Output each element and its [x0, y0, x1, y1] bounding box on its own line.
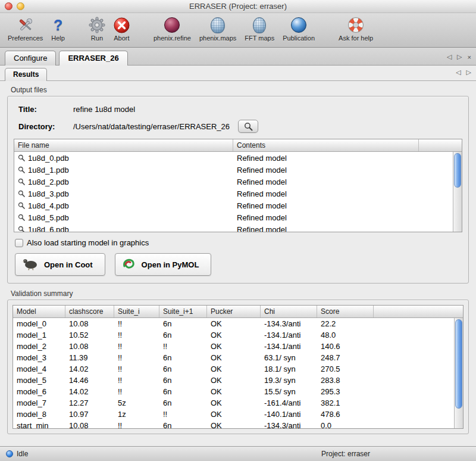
magnifier-icon	[18, 178, 25, 185]
magnifier-icon	[244, 122, 253, 131]
validation-row[interactable]: model_311.39!!6nOK63.1/ syn248.7	[13, 352, 463, 363]
toolbar-label: Publication	[283, 35, 315, 42]
column-header-chi[interactable]: Chi	[261, 306, 317, 317]
tab-erraser-26[interactable]: ERRASER_26	[59, 51, 127, 66]
title-label: Title:	[14, 105, 73, 114]
toolbar-button-fft-maps[interactable]: FFT maps	[240, 15, 278, 42]
close-window-button[interactable]	[5, 2, 12, 10]
column-header-model[interactable]: Model	[13, 306, 65, 317]
status-text: Idle	[17, 450, 28, 458]
file-row[interactable]: 1u8d_5.pdbRefined model	[14, 211, 462, 223]
open-in-pymol-button[interactable]: Open in PyMOL	[115, 253, 212, 276]
toolbar-label: Preferences	[8, 35, 43, 42]
validation-row[interactable]: model_010.08!!6nOK-134.3/anti22.2	[13, 318, 463, 329]
file-row[interactable]: 1u8d_3.pdbRefined model	[14, 188, 462, 200]
output-files-group-label: Output files	[11, 86, 469, 94]
column-header-score[interactable]: Score	[317, 306, 374, 317]
files-scrollbar-thumb[interactable]	[454, 153, 461, 188]
toolbar-button-phenix-refine[interactable]: phenix.refine	[149, 15, 195, 42]
browse-directory-button[interactable]	[238, 120, 258, 133]
validation-row[interactable]: model_712.275z6nOK-161.4/anti382.1	[13, 397, 463, 409]
directory-field-row: Directory: /Users/nat/data/testing/erras…	[14, 120, 462, 133]
validation-summary-group-label: Validation summary	[11, 289, 469, 298]
pymol-ribbon-icon	[121, 257, 137, 272]
load-starting-model-checkbox[interactable]: Also load starting model in graphics	[15, 238, 462, 247]
magnifier-icon	[18, 214, 25, 221]
column-header-suite-i1[interactable]: Suite_i+1	[159, 306, 207, 317]
toolbar-button-preferences[interactable]: Preferences	[4, 15, 47, 42]
column-header-pucker[interactable]: Pucker	[207, 306, 261, 317]
toolbar-label: Abort	[114, 35, 129, 42]
file-row[interactable]: 1u8d_1.pdbRefined model	[14, 164, 462, 176]
blue-globe-icon	[291, 16, 306, 34]
validation-row[interactable]: model_110.52!!6nOK-134.1/anti48.0	[13, 329, 463, 341]
coot-bird-icon	[21, 257, 39, 272]
sub-tab-bar: Results ◁ ▷	[0, 66, 476, 81]
magnifier-icon	[18, 190, 25, 197]
crossed-tools-icon	[17, 16, 35, 34]
toolbar-label: phenix.refine	[154, 35, 191, 42]
open-in-pymol-label: Open in PyMOL	[142, 260, 199, 269]
column-header-suite-i[interactable]: Suite_i	[114, 306, 159, 317]
file-row[interactable]: 1u8d_2.pdbRefined model	[14, 176, 462, 188]
file-row[interactable]: 1u8d_0.pdbRefined model	[14, 152, 462, 164]
validation-table: Model clashscore Suite_i Suite_i+1 Pucke…	[12, 305, 464, 429]
minimize-window-button[interactable]	[17, 2, 24, 10]
toolbar-label: Run	[91, 35, 103, 42]
subtab-scroll-left-icon[interactable]: ◁	[456, 68, 461, 76]
toolbar-label: FFT maps	[245, 35, 274, 42]
toolbar-label: Ask for help	[339, 35, 373, 42]
toolbar-label: Help	[51, 35, 65, 42]
validation-scrollbar[interactable]	[454, 318, 463, 428]
file-row[interactable]: 1u8d_4.pdbRefined model	[14, 200, 462, 211]
validation-table-header: Model clashscore Suite_i Suite_i+1 Pucke…	[13, 306, 463, 318]
validation-row[interactable]: model_614.02!!6nOK15.5/ syn295.3	[13, 386, 463, 397]
gear-icon	[89, 16, 105, 34]
column-header-clashscore[interactable]: clashscore	[65, 306, 114, 317]
validation-row[interactable]: model_810.971z!!OK-140.1/anti478.6	[13, 409, 463, 420]
validation-summary-group: Model clashscore Suite_i Suite_i+1 Pucke…	[7, 300, 469, 434]
toolbar-button-ask-for-help[interactable]: Ask for help	[334, 15, 377, 42]
erraser-window: ERRASER (Project: erraser) Preferences	[0, 0, 476, 461]
project-label: Project: erraser	[321, 450, 370, 458]
toolbar-button-run[interactable]: Run	[84, 15, 109, 42]
open-in-coot-button[interactable]: Open in Coot	[15, 253, 105, 276]
validation-row[interactable]: start_min10.08!!6nOK-134.3/anti0.0	[13, 420, 463, 429]
density-map-icon	[253, 16, 266, 34]
magnifier-icon	[18, 166, 25, 173]
output-files-table: File name Contents 1u8d_0.pdbRefined mod…	[14, 139, 462, 232]
column-header-filler	[419, 139, 462, 151]
column-header-file-name[interactable]: File name	[14, 139, 233, 151]
tab-results[interactable]: Results	[5, 68, 47, 81]
tab-scroll-right-icon[interactable]: ▷	[457, 53, 462, 61]
validation-scrollbar-thumb[interactable]	[455, 319, 462, 409]
tab-configure[interactable]: Configure	[5, 51, 56, 66]
magnifier-icon	[18, 154, 25, 161]
magnifier-icon	[18, 202, 25, 209]
window-controls	[5, 2, 24, 10]
open-buttons-row: Open in Coot Open in PyMOL	[15, 253, 462, 276]
toolbar-button-abort[interactable]: Abort	[109, 15, 134, 42]
column-header-contents[interactable]: Contents	[233, 139, 419, 151]
files-table-body: 1u8d_0.pdbRefined model1u8d_1.pdbRefined…	[14, 152, 462, 232]
validation-row[interactable]: model_414.02!!6nOK18.1/ syn270.5	[13, 363, 463, 375]
validation-row[interactable]: model_210.08!!!!OK-134.1/anti140.6	[13, 341, 463, 352]
toolbar-button-phenix-maps[interactable]: phenix.maps	[195, 15, 240, 42]
checkbox-box-icon[interactable]	[15, 239, 23, 247]
column-header-filler	[374, 306, 463, 317]
directory-value: /Users/nat/data/testing/erraser/ERRASER_…	[73, 122, 230, 131]
toolbar-label: phenix.maps	[199, 35, 236, 42]
tab-close-icon[interactable]: ×	[468, 54, 471, 61]
lifebuoy-icon	[348, 16, 364, 34]
files-scrollbar[interactable]	[453, 152, 462, 232]
tab-scroll-left-icon[interactable]: ◁	[447, 53, 452, 61]
toolbar-button-publication[interactable]: Publication	[278, 15, 319, 42]
toolbar-button-help[interactable]: ? Help	[47, 15, 69, 42]
validation-row[interactable]: model_514.46!!6nOK19.3/ syn283.8	[13, 375, 463, 386]
title-value: refine 1u8d model	[73, 105, 135, 114]
directory-label: Directory:	[14, 122, 73, 131]
status-indicator-icon	[6, 450, 13, 457]
file-row[interactable]: 1u8d_6.pdbRefined model	[14, 223, 462, 232]
main-tab-bar: Configure ERRASER_26 ◁ ▷ ×	[0, 48, 476, 66]
subtab-scroll-right-icon[interactable]: ▷	[466, 68, 471, 76]
